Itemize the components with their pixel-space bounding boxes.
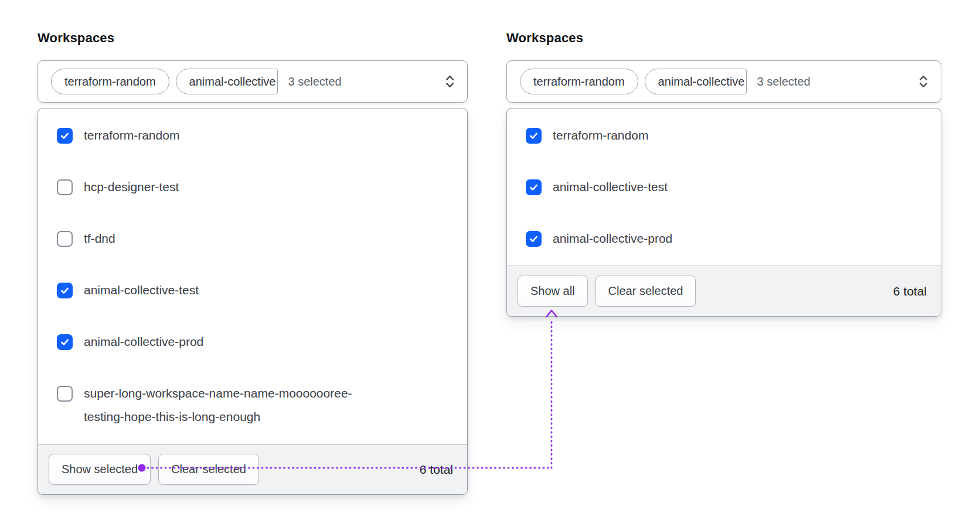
check-icon <box>60 131 70 141</box>
selected-count-text: 3 selected <box>288 75 341 89</box>
option-row[interactable]: animal-collective-test <box>526 175 927 199</box>
option-row[interactable]: terraform-random <box>57 124 453 147</box>
option-row[interactable]: animal-collective-prod <box>57 330 453 354</box>
workspaces-listbox: terraform-random animal-collective-test … <box>506 108 941 317</box>
workspaces-multiselect-demo: Workspaces terraform-random animal-colle… <box>0 0 980 523</box>
option-list: terraform-random hcp-designer-test tf-dn… <box>38 108 467 444</box>
total-count: 6 total <box>893 284 927 298</box>
selected-tag-pill-truncated: animal-collective <box>645 69 747 94</box>
listbox-footer: Show selected Clear selected 6 total <box>38 444 467 494</box>
checkbox[interactable] <box>57 179 73 195</box>
check-icon <box>60 337 70 347</box>
workspaces-label: Workspaces <box>38 29 468 47</box>
check-icon <box>529 182 539 192</box>
option-label: animal-collective-prod <box>553 227 672 250</box>
show-selected-button[interactable]: Show selected <box>49 454 151 485</box>
selected-count-text: 3 selected <box>757 75 810 89</box>
option-label: hcp-designer-test <box>84 175 179 199</box>
option-label: terraform-random <box>553 124 648 147</box>
selected-tag-pill: terraform-random <box>520 69 638 94</box>
checkbox[interactable] <box>57 231 73 247</box>
option-label: animal-collective-test <box>553 175 668 199</box>
option-label: animal-collective-test <box>84 279 199 302</box>
checkbox[interactable] <box>57 283 73 298</box>
option-label: tf-dnd <box>84 227 115 250</box>
option-list: terraform-random animal-collective-test … <box>507 108 941 266</box>
total-count: 6 total <box>420 463 453 477</box>
check-icon <box>529 234 539 244</box>
selected-tag-pill: terraform-random <box>51 69 169 94</box>
option-label: terraform-random <box>84 124 179 147</box>
workspaces-multiselect-right: Workspaces terraform-random animal-colle… <box>506 29 941 317</box>
clear-selected-button[interactable]: Clear selected <box>158 454 259 485</box>
check-icon <box>60 286 70 296</box>
workspaces-select-trigger[interactable]: terraform-random animal-collective 3 sel… <box>506 60 941 103</box>
option-row[interactable]: terraform-random <box>526 124 927 147</box>
workspaces-multiselect-left: Workspaces terraform-random animal-colle… <box>38 29 468 495</box>
option-label: super-long-workspace-name-name-moooooore… <box>84 382 355 429</box>
show-all-button[interactable]: Show all <box>518 276 588 307</box>
checkbox[interactable] <box>526 128 542 144</box>
selected-tag-pill-truncated: animal-collective <box>176 69 278 94</box>
option-row[interactable]: hcp-designer-test <box>57 175 453 199</box>
option-row[interactable]: animal-collective-prod <box>526 227 927 250</box>
workspaces-listbox: terraform-random hcp-designer-test tf-dn… <box>38 108 468 495</box>
check-icon <box>529 131 539 141</box>
checkbox[interactable] <box>526 231 542 247</box>
chevron-up-down-icon <box>444 74 455 89</box>
option-row[interactable]: tf-dnd <box>57 227 453 250</box>
option-label: animal-collective-prod <box>84 330 203 354</box>
workspaces-select-trigger[interactable]: terraform-random animal-collective 3 sel… <box>38 60 468 103</box>
clear-selected-button[interactable]: Clear selected <box>596 276 696 307</box>
checkbox[interactable] <box>57 386 73 402</box>
listbox-footer: Show all Clear selected 6 total <box>507 266 941 316</box>
option-row[interactable]: super-long-workspace-name-name-moooooore… <box>57 382 453 429</box>
option-row[interactable]: animal-collective-test <box>57 279 453 302</box>
chevron-up-down-icon <box>918 74 929 89</box>
checkbox[interactable] <box>526 179 542 195</box>
checkbox[interactable] <box>57 128 73 144</box>
checkbox[interactable] <box>57 334 73 350</box>
workspaces-label: Workspaces <box>506 29 941 47</box>
